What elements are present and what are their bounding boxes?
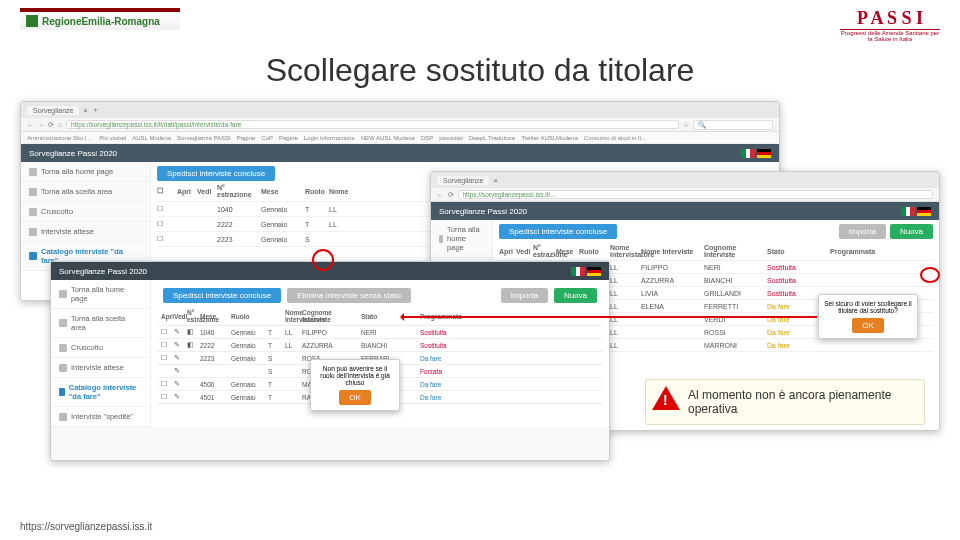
list-icon xyxy=(59,364,67,372)
bookmark[interactable]: Amministrazione Sito | ... xyxy=(27,135,93,141)
sidebar-item[interactable]: Catalogo interviste "da fare" xyxy=(51,378,150,407)
forward-icon[interactable]: → xyxy=(38,121,45,128)
dialog-message: Non può avvenire se il ruolo dell'interv… xyxy=(316,365,394,386)
folder-icon xyxy=(29,252,37,260)
table-header: ApriVediN° estrazioneMeseRuoloNome Inter… xyxy=(499,242,933,261)
send-button[interactable]: Spedisci interviste concluse xyxy=(163,288,281,303)
annotation-arrow xyxy=(402,316,817,318)
home-icon xyxy=(59,290,67,298)
flag-de-icon[interactable] xyxy=(587,267,601,276)
sidebar-item-expected[interactable]: Interviste attese xyxy=(21,222,150,242)
gauge-icon xyxy=(59,344,67,352)
ok-button[interactable]: OK xyxy=(339,390,371,405)
new-button[interactable]: Nuova xyxy=(890,224,933,239)
bookmark[interactable]: passidati xyxy=(439,135,463,141)
annotation-circle xyxy=(920,267,940,283)
app-bar: Sorveglianze Passi 2020 xyxy=(431,202,939,220)
browser-tab[interactable]: Sorveglianze xyxy=(27,106,79,115)
back-icon[interactable]: ← xyxy=(27,121,34,128)
search-box[interactable]: 🔍 xyxy=(693,120,773,130)
new-tab-icon[interactable]: ＋ xyxy=(92,105,99,115)
sidebar-item[interactable]: Interviste attese xyxy=(51,358,150,378)
reload-icon[interactable]: ⟳ xyxy=(448,191,454,199)
sidebar-item[interactable]: Torna alla home page xyxy=(431,220,492,258)
gauge-icon xyxy=(29,208,37,216)
passi-logo: P A S S I Progressi delle Aziende Sanita… xyxy=(840,8,940,42)
home-icon xyxy=(439,235,443,243)
dialog-message: Sei sicuro di voler scollegare il titola… xyxy=(824,300,912,314)
back-icon xyxy=(29,188,37,196)
sidebar-item[interactable]: Torna alla scelta area xyxy=(51,309,150,338)
region-logo-text: RegioneEmilia-Romagna xyxy=(42,16,160,27)
bookmarks-bar: Amministrazione Sito | ... Più visitati … xyxy=(21,132,779,144)
reload-icon[interactable]: ⟳ xyxy=(48,121,54,129)
flag-de-icon[interactable] xyxy=(917,207,931,216)
app-title: Sorveglianze Passi 2020 xyxy=(29,149,117,158)
flag-de-icon[interactable] xyxy=(757,149,771,158)
app-bar: Sorveglianze Passi 2020 xyxy=(21,144,779,162)
passi-logo-sub: Progressi delle Aziende Sanitarie per la… xyxy=(840,29,940,42)
close-icon[interactable]: × xyxy=(493,177,497,184)
flag-it-icon[interactable] xyxy=(571,267,585,276)
slide-title: Scollegare sostituto da titolare xyxy=(0,52,960,89)
bookmark-icon[interactable]: ☆ xyxy=(683,121,689,129)
footer-url: https://sorveglianzepassi.iss.it xyxy=(20,521,152,532)
bookmark[interactable]: Pagine xyxy=(279,135,298,141)
sidebar-item-home[interactable]: Torna alla home page xyxy=(21,162,150,182)
bookmark[interactable]: CoP xyxy=(261,135,273,141)
delete-button[interactable]: Elimina interviste senza stato xyxy=(287,288,411,303)
bookmark[interactable]: AUSL Modena xyxy=(132,135,171,141)
warning-callout: Al momento non è ancora pienamente opera… xyxy=(645,379,925,425)
sent-icon xyxy=(59,413,67,421)
confirm-dialog-2: Sei sicuro di voler scollegare il titola… xyxy=(818,294,918,339)
bookmark[interactable]: Sorveglianza PASSI xyxy=(177,135,231,141)
ok-button[interactable]: OK xyxy=(852,318,884,333)
sidebar: Torna alla home page Torna alla scelta a… xyxy=(21,162,151,271)
send-interviews-button[interactable]: Spedisci interviste concluse xyxy=(157,166,275,181)
home-icon[interactable]: ⌂ xyxy=(58,121,62,128)
bookmark[interactable]: Pagine xyxy=(237,135,256,141)
folder-icon xyxy=(59,388,65,396)
table-row[interactable]: ☐✎◧2222GennaioTLLAZZURRABIANCHISostituit… xyxy=(157,339,603,352)
import-button[interactable]: Importa xyxy=(501,288,548,303)
bookmark[interactable]: DSP xyxy=(421,135,433,141)
bookmark[interactable]: Consumo di alcol in It... xyxy=(584,135,646,141)
address-bar[interactable]: https://sorveglianzepassi.iss.it/it/dati… xyxy=(66,120,679,129)
back-icon[interactable]: ← xyxy=(437,191,444,198)
sidebar-item[interactable]: Cruscotto xyxy=(51,338,150,358)
passi-logo-text: P A S S I xyxy=(840,8,940,29)
new-button[interactable]: Nuova xyxy=(554,288,597,303)
bookmark[interactable]: Twitter AUSLModena xyxy=(521,135,577,141)
sidebar-item-dashboard[interactable]: Cruscotto xyxy=(21,202,150,222)
confirm-dialog-1: Non può avvenire se il ruolo dell'interv… xyxy=(310,359,400,411)
bookmark[interactable]: Login Informazione xyxy=(304,135,355,141)
table-row[interactable]: ☐✎◧1040GennaioTLLFILIPPONERISostituita xyxy=(157,326,603,339)
sidebar-item[interactable]: Torna alla home page xyxy=(51,280,150,309)
sidebar-item[interactable]: Interviste "spedite" xyxy=(51,407,150,427)
flag-it-icon[interactable] xyxy=(901,207,915,216)
bookmark[interactable]: NEW AUSL Modena xyxy=(361,135,415,141)
home-icon xyxy=(29,168,37,176)
callout-text: Al momento non è ancora pienamente opera… xyxy=(688,388,891,416)
annotation-circle xyxy=(312,249,334,271)
send-button[interactable]: Spedisci interviste concluse xyxy=(499,224,617,239)
warning-icon xyxy=(652,386,682,414)
close-icon[interactable]: × xyxy=(83,107,87,114)
sidebar-item-area[interactable]: Torna alla scelta area xyxy=(21,182,150,202)
bookmark[interactable]: Più visitati xyxy=(99,135,126,141)
region-logo: RegioneEmilia-Romagna xyxy=(20,8,180,30)
import-button[interactable]: Importa xyxy=(839,224,886,239)
flag-it-icon[interactable] xyxy=(741,149,755,158)
browser-tab[interactable]: Sorveglianze xyxy=(437,176,489,185)
list-icon xyxy=(29,228,37,236)
bookmark[interactable]: DeepL Traduttore xyxy=(469,135,515,141)
address-bar[interactable]: https://sorveglianzepassi.iss.it/... xyxy=(458,190,934,199)
back-icon xyxy=(59,319,67,327)
